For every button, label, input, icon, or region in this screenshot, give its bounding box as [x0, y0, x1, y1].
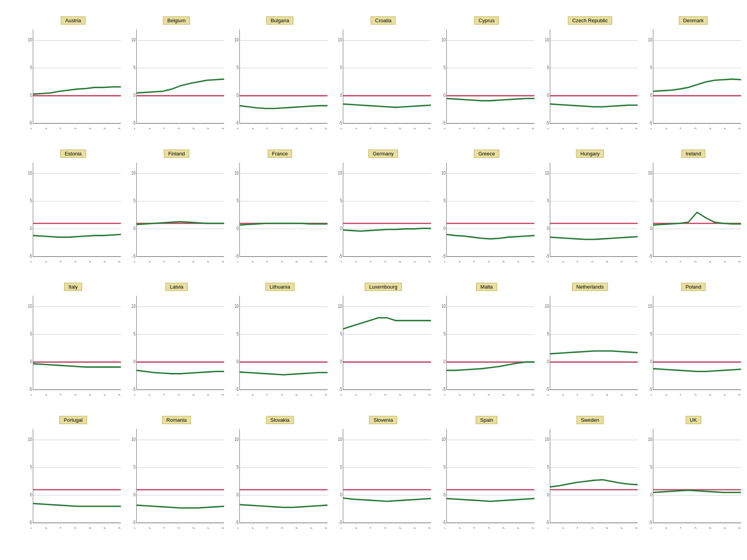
svg-text:-5: -5: [442, 387, 446, 392]
svg-text:0: 0: [133, 359, 135, 364]
svg-text:5: 5: [547, 198, 549, 203]
svg-text:2007: 2007: [675, 127, 683, 129]
svg-text:10: 10: [545, 171, 549, 176]
svg-text:0: 0: [444, 492, 446, 497]
svg-text:0: 0: [444, 359, 446, 364]
panel-label-estonia: Estonia: [61, 150, 86, 158]
svg-text:5: 5: [237, 65, 239, 70]
svg-text:2019: 2019: [114, 393, 121, 396]
svg-text:2004: 2004: [247, 393, 255, 396]
svg-text:2019: 2019: [217, 127, 224, 129]
svg-text:2013: 2013: [187, 260, 195, 262]
svg-text:2013: 2013: [291, 526, 299, 529]
svg-text:2001: 2001: [439, 127, 447, 129]
svg-text:5: 5: [444, 331, 446, 336]
svg-text:2001: 2001: [439, 393, 447, 396]
svg-text:0: 0: [237, 492, 239, 497]
svg-text:2007: 2007: [572, 526, 579, 529]
svg-text:2013: 2013: [704, 526, 712, 529]
svg-text:2007: 2007: [468, 260, 476, 262]
svg-text:2004: 2004: [557, 127, 565, 129]
svg-text:2004: 2004: [454, 526, 462, 529]
svg-text:2019: 2019: [114, 526, 121, 529]
svg-text:2010: 2010: [173, 393, 181, 396]
svg-text:2007: 2007: [675, 526, 683, 529]
svg-text:10: 10: [441, 437, 446, 442]
svg-text:5: 5: [30, 464, 32, 469]
svg-text:0: 0: [547, 492, 549, 497]
svg-text:0: 0: [237, 226, 239, 231]
svg-text:2019: 2019: [734, 260, 741, 262]
svg-text:2004: 2004: [660, 260, 669, 262]
panel-uk: UK1050-52001200420072010201320162019: [640, 407, 743, 540]
svg-text:2001: 2001: [646, 526, 654, 529]
panel-czech-republic: Czech Republic1050-520012004200720102013…: [537, 8, 640, 141]
svg-text:2010: 2010: [483, 526, 491, 529]
svg-text:2001: 2001: [646, 127, 654, 129]
svg-text:2019: 2019: [527, 393, 534, 396]
svg-text:2013: 2013: [497, 393, 505, 396]
svg-text:10: 10: [648, 171, 653, 176]
svg-text:2010: 2010: [380, 260, 387, 262]
svg-text:0: 0: [547, 93, 549, 98]
svg-text:2001: 2001: [25, 526, 33, 529]
panel-label-croatia: Croatia: [371, 16, 396, 25]
svg-text:2013: 2013: [291, 393, 299, 396]
svg-text:2007: 2007: [262, 127, 269, 129]
svg-text:10: 10: [28, 171, 32, 176]
svg-text:2001: 2001: [336, 260, 344, 262]
svg-text:2010: 2010: [690, 127, 697, 129]
svg-text:2001: 2001: [232, 127, 240, 129]
svg-text:10: 10: [28, 304, 32, 309]
panel-poland: Poland1050-52001200420072010201320162019: [640, 274, 743, 407]
panel-romania: Romania1050-5200120042007201020132016201…: [123, 407, 226, 540]
svg-text:10: 10: [131, 171, 135, 176]
panel-slovakia: Slovakia1050-520012004200720102013201620…: [226, 407, 330, 540]
svg-text:2016: 2016: [305, 526, 313, 529]
panel-label-lithuania: Lithuania: [265, 283, 294, 291]
svg-text:-5: -5: [649, 120, 653, 125]
svg-text:2019: 2019: [734, 526, 741, 529]
svg-text:2007: 2007: [158, 526, 166, 529]
panel-label-cyprus: Cyprus: [474, 16, 499, 25]
panel-hungary: Hungary1050-5200120042007201020132016201…: [537, 141, 640, 274]
svg-text:2019: 2019: [320, 526, 328, 529]
panel-latvia: Latvia1050-52001200420072010201320162019: [123, 274, 226, 407]
svg-text:2007: 2007: [55, 260, 62, 262]
svg-text:2016: 2016: [409, 526, 417, 529]
svg-text:2001: 2001: [336, 127, 344, 129]
panel-label-latvia: Latvia: [166, 283, 188, 291]
svg-text:0: 0: [547, 226, 549, 231]
svg-text:0: 0: [30, 492, 32, 497]
svg-text:-5: -5: [546, 253, 549, 259]
svg-text:2004: 2004: [40, 260, 48, 262]
svg-text:2007: 2007: [365, 260, 373, 262]
panel-belgium: Belgium1050-5200120042007201020132016201…: [123, 8, 226, 141]
svg-text:10: 10: [648, 304, 653, 309]
svg-text:2013: 2013: [84, 526, 92, 529]
svg-text:0: 0: [650, 93, 652, 98]
svg-text:2004: 2004: [144, 393, 152, 396]
svg-text:2016: 2016: [616, 127, 624, 129]
panel-label-denmark: Denmark: [679, 16, 708, 25]
panel-label-slovenia: Slovenia: [369, 416, 398, 424]
svg-text:0: 0: [650, 226, 652, 231]
svg-text:2007: 2007: [572, 260, 579, 262]
svg-text:2016: 2016: [305, 260, 313, 262]
svg-text:10: 10: [441, 304, 446, 309]
svg-text:5: 5: [133, 331, 135, 336]
svg-text:2019: 2019: [217, 260, 224, 262]
svg-text:10: 10: [648, 437, 653, 442]
svg-text:2013: 2013: [394, 260, 402, 262]
panel-label-belgium: Belgium: [163, 16, 190, 25]
panel-greece: Greece1050-52001200420072010201320162019: [433, 141, 537, 274]
svg-text:2004: 2004: [144, 260, 152, 262]
svg-text:2019: 2019: [527, 526, 534, 529]
svg-text:0: 0: [444, 93, 446, 98]
svg-text:2016: 2016: [202, 526, 210, 529]
svg-text:2001: 2001: [129, 127, 137, 129]
svg-text:2001: 2001: [232, 260, 240, 262]
svg-text:2007: 2007: [365, 393, 373, 396]
svg-text:2019: 2019: [217, 393, 224, 396]
svg-text:10: 10: [28, 437, 32, 442]
